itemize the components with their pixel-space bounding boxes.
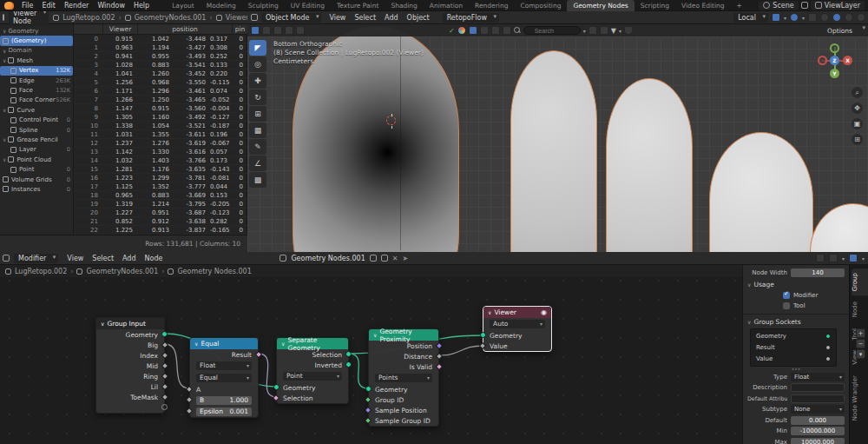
workspace-tab-animation[interactable]: Animation — [424, 0, 469, 11]
node-menu-view[interactable]: View — [62, 255, 88, 262]
sidebar-tab-group[interactable]: Group — [852, 268, 868, 295]
table-row[interactable]: 161.2231.299-3.781-0.0810 — [74, 174, 247, 182]
mode-dropdown[interactable]: Object Mode — [261, 13, 321, 23]
remove-socket-button[interactable]: − — [856, 339, 865, 348]
socket-specials-button[interactable]: ▾ — [856, 349, 865, 359]
options-dropdown[interactable]: Options — [823, 26, 865, 36]
node-header[interactable]: ∨Equal — [190, 338, 258, 349]
node-dropdown-equal[interactable]: Equal — [196, 374, 252, 382]
tweak-select-mode-icon[interactable] — [251, 26, 260, 35]
expand-caret-icon[interactable]: ∨ — [3, 48, 6, 54]
paint-select-mode-icon[interactable] — [296, 26, 305, 35]
sidebar-tab-node-wrangler[interactable]: Node Wrangler — [852, 371, 868, 425]
rendered-shading-icon[interactable] — [857, 13, 865, 22]
socket-geometry-input[interactable] — [365, 386, 372, 392]
wireframe-shading-icon[interactable] — [820, 13, 829, 22]
node-group-icon[interactable] — [279, 255, 286, 262]
sidebar-item-point[interactable]: Point0 — [0, 164, 73, 174]
gizmo-axis-x[interactable]: X — [843, 56, 852, 65]
table-row[interactable]: 111.0311.355-3.6110.1960 — [74, 130, 247, 139]
node-editor-icon[interactable] — [3, 255, 10, 262]
node-editor-breadcrumb[interactable]: LugRetopo.002›GeometryNodes.001›Geometry… — [0, 265, 743, 277]
table-row[interactable]: 101.3381.054-3.521-0.1870 — [74, 122, 247, 130]
breadcrumb-item-geometrynodes-001[interactable]: GeometryNodes.001 — [86, 268, 158, 275]
gizmo-toggle-icon[interactable] — [469, 26, 477, 35]
sidebar-item-geometry[interactable]: (Geometry) — [0, 36, 73, 45]
viewer-eye-icon[interactable]: ◉ — [541, 308, 547, 316]
modifier-checkbox[interactable] — [783, 292, 790, 299]
viewport-menu-view[interactable]: View — [325, 14, 350, 22]
node-group-input[interactable]: ∨Group InputGeometryBigIndexMidRingLilTo… — [95, 317, 165, 414]
sidebar-item-mesh[interactable]: ∨Mesh — [0, 56, 73, 65]
table-row[interactable]: 71.2661.250-3.465-0.0520 — [74, 96, 247, 104]
gizmo-axis-y[interactable]: Y — [830, 69, 839, 78]
usage-section-header[interactable]: ∨Usage — [743, 279, 849, 290]
column-header-pin[interactable]: pin — [232, 24, 247, 35]
sidebar-item-domain[interactable]: ∨Domain — [0, 46, 73, 56]
table-row[interactable]: 171.1251.352-3.7770.0440 — [74, 182, 247, 191]
expand-caret-icon[interactable]: ∨ — [3, 57, 6, 63]
menu-window[interactable]: Window — [93, 2, 129, 10]
navigation-gizmo[interactable]: X Y Z — [818, 43, 852, 78]
table-row[interactable]: 61.1711.296-3.4610.0740 — [74, 87, 247, 96]
pin-icon[interactable]: ➤ — [402, 255, 408, 262]
rotate-tool[interactable]: ↻ — [249, 89, 266, 105]
table-row[interactable]: 91.3051.160-3.492-0.1270 — [74, 113, 247, 122]
spreadsheet-breadcrumb[interactable]: LugRetopo.002›GeometryNodes.001›Viewer — [53, 14, 249, 22]
ne-overlays-icon[interactable] — [849, 254, 858, 262]
circle-select-mode-icon[interactable] — [273, 26, 282, 35]
sidebar-item-volume-grids[interactable]: Volume Grids0 — [0, 175, 73, 184]
breadcrumb-item-lugretopo-002[interactable]: LugRetopo.002 — [15, 268, 67, 275]
default-field[interactable]: 0.000 — [791, 416, 845, 425]
sidebar-item-vertex[interactable]: Vertex132K — [0, 66, 73, 76]
viewport-search-input[interactable] — [523, 26, 581, 35]
bookmark-icon[interactable] — [589, 26, 597, 35]
overlay-toggle-icon[interactable] — [480, 26, 489, 35]
node-menu-node[interactable]: Node — [141, 255, 168, 262]
table-row[interactable]: 210.8520.912-3.6380.2820 — [74, 217, 247, 226]
toggle-grid-icon[interactable]: ⊞ — [852, 134, 863, 145]
ne-snap-arrow[interactable]: ▾ — [842, 255, 845, 262]
node-equal[interactable]: ∨EqualResultFloatEqualAB1.000Epsilon0.00… — [189, 337, 259, 418]
sidebar-item-instances[interactable]: Instances0 — [0, 184, 73, 194]
pan-hand-icon[interactable]: ✥ — [852, 103, 863, 114]
shield-icon[interactable] — [624, 26, 633, 35]
blender-logo-icon[interactable] — [4, 2, 14, 10]
camera-view-icon[interactable]: ▣ — [852, 118, 863, 129]
lasso-select-mode-icon[interactable] — [285, 26, 293, 35]
description-field[interactable] — [791, 383, 845, 392]
sidebar-item-curve[interactable]: ∨Curve — [0, 105, 73, 115]
menu-help[interactable]: Help — [129, 2, 154, 10]
node-separate-geometry[interactable]: ∨Separate GeometrySelectionInvertedPoint… — [276, 337, 349, 404]
expand-caret-icon[interactable]: ∨ — [3, 156, 6, 162]
mesh-toe-3[interactable] — [606, 78, 693, 252]
socket-selection-output[interactable] — [345, 351, 352, 357]
node-viewer[interactable]: ∨Viewer◉AutoGeometryValue — [483, 306, 552, 352]
workspace-tab-rendering[interactable]: Rendering — [469, 0, 514, 11]
sidebar-item-layer[interactable]: Layer0 — [0, 145, 73, 155]
viewport-menu-add[interactable]: Add — [380, 14, 403, 22]
cursor-3d[interactable] — [386, 116, 396, 125]
expand-caret-icon[interactable]: ∨ — [3, 136, 6, 142]
table-row[interactable]: 221.2250.913-3.837-0.1650 — [74, 226, 247, 235]
default-attribute-field[interactable] — [791, 394, 845, 403]
max-field[interactable]: 10000.000 — [791, 438, 845, 444]
gizmo-axis-y-neg[interactable] — [830, 43, 839, 53]
workspace-tab-uv-editing[interactable]: UV Editing — [285, 0, 331, 11]
node-menu-add[interactable]: Add — [118, 255, 141, 262]
node-dropdown-points[interactable]: Points — [375, 374, 432, 382]
proportional-dropdown-arrow[interactable]: ▾ — [802, 15, 805, 21]
sidebar-item-control-point[interactable]: Control Point0 — [0, 116, 73, 125]
breadcrumb-item-lugretopo-002[interactable]: LugRetopo.002 — [62, 14, 115, 22]
cursor-tool[interactable]: ◎ — [249, 56, 266, 72]
copies-icon[interactable] — [381, 255, 388, 262]
box-select-mode-icon[interactable] — [262, 26, 271, 35]
sidebar-item-face[interactable]: Face132K — [0, 85, 73, 95]
search-dropdown-arrow[interactable]: ▾ — [583, 28, 586, 34]
breadcrumb-item-geometry-nodes-001[interactable]: Geometry Nodes.001 — [177, 268, 251, 275]
collapse-caret-icon[interactable]: ∨ — [281, 341, 285, 347]
texture-paint-slot-icon[interactable] — [491, 26, 500, 35]
node-header[interactable]: ∨Separate Geometry — [277, 338, 348, 349]
spreadsheet-editor-icon[interactable] — [3, 14, 4, 21]
sidebar-item-edge[interactable]: Edge263K — [0, 76, 73, 85]
